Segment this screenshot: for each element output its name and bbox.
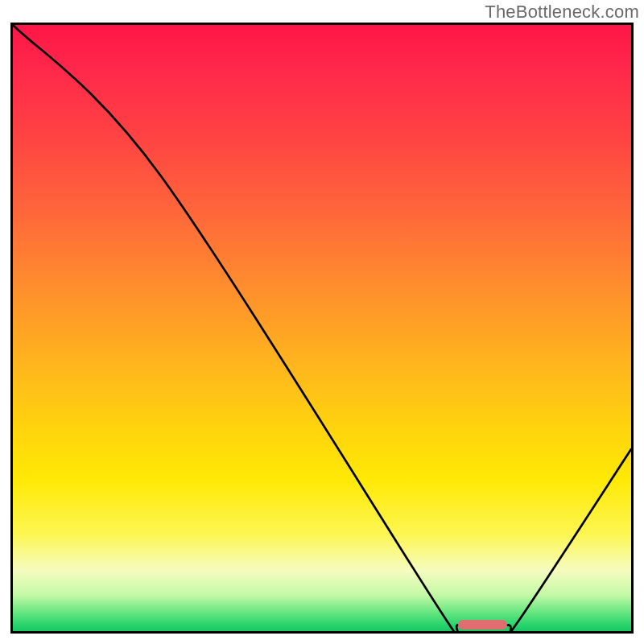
watermark-text: TheBottleneck.com bbox=[485, 2, 639, 23]
chart-frame bbox=[10, 23, 634, 634]
bottleneck-curve-svg bbox=[13, 25, 631, 631]
optimal-range-marker bbox=[458, 620, 507, 630]
chart-canvas: TheBottleneck.com bbox=[0, 0, 644, 644]
bottleneck-curve-path bbox=[13, 25, 631, 631]
